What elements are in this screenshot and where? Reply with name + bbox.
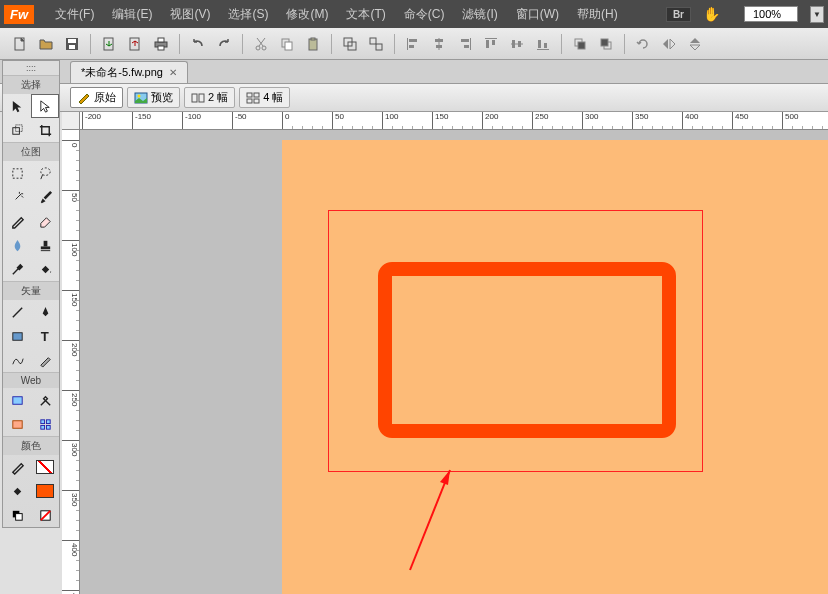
bucket-tool[interactable]: [31, 257, 59, 281]
cut-button[interactable]: [249, 32, 273, 56]
zoom-dropdown[interactable]: ▼: [810, 6, 824, 23]
import-button[interactable]: [97, 32, 121, 56]
no-color[interactable]: [31, 503, 59, 527]
align-right-button[interactable]: [453, 32, 477, 56]
freeform-tool[interactable]: [3, 348, 31, 372]
fill-swatch[interactable]: [31, 479, 59, 503]
ruler-origin[interactable]: [62, 112, 80, 130]
open-button[interactable]: [34, 32, 58, 56]
default-colors[interactable]: [3, 503, 31, 527]
svg-rect-28: [436, 45, 442, 48]
menu-commands[interactable]: 命令(C): [395, 6, 454, 23]
svg-rect-32: [485, 38, 497, 39]
stamp-tool[interactable]: [31, 233, 59, 257]
flip-h-button[interactable]: [657, 32, 681, 56]
menu-text[interactable]: 文本(T): [337, 6, 394, 23]
zoom-input[interactable]: 100%: [744, 6, 798, 22]
crop-tool[interactable]: [31, 118, 59, 142]
copy-button[interactable]: [275, 32, 299, 56]
pen-tool[interactable]: [31, 300, 59, 324]
canvas-viewport[interactable]: [80, 130, 828, 594]
ungroup-button[interactable]: [364, 32, 388, 56]
print-button[interactable]: [149, 32, 173, 56]
subselect-tool[interactable]: [31, 94, 59, 118]
svg-line-60: [12, 307, 21, 316]
view-4up-button[interactable]: 4 幅: [239, 87, 290, 108]
scale-tool[interactable]: [3, 118, 31, 142]
svg-rect-47: [192, 94, 197, 102]
menu-select[interactable]: 选择(S): [219, 6, 277, 23]
menu-window[interactable]: 窗口(W): [507, 6, 568, 23]
brush-tool[interactable]: [31, 185, 59, 209]
stroke-swatch[interactable]: [31, 455, 59, 479]
group-button[interactable]: [338, 32, 362, 56]
menu-filters[interactable]: 滤镜(I): [453, 6, 506, 23]
separator: [394, 34, 395, 54]
svg-rect-63: [12, 396, 21, 404]
flip-v-button[interactable]: [683, 32, 707, 56]
menu-file[interactable]: 文件(F): [46, 6, 103, 23]
ruler-vertical[interactable]: 050100150200250300350400450: [62, 130, 80, 594]
menu-view[interactable]: 视图(V): [161, 6, 219, 23]
rounded-rectangle-shape[interactable]: [378, 262, 676, 438]
menu-modify[interactable]: 修改(M): [277, 6, 337, 23]
align-center-h-button[interactable]: [427, 32, 451, 56]
marquee-tool[interactable]: [3, 161, 31, 185]
toolbox-grip[interactable]: ::::: [3, 61, 59, 76]
fill-color[interactable]: [3, 479, 31, 503]
save-button[interactable]: [60, 32, 84, 56]
rectangle-tool[interactable]: [3, 324, 31, 348]
separator: [331, 34, 332, 54]
hide-slice-tool[interactable]: [3, 412, 31, 436]
svg-rect-16: [285, 42, 292, 50]
toolbox-select-label: 选择: [3, 76, 59, 94]
slice-tool[interactable]: [31, 388, 59, 412]
wand-tool[interactable]: [3, 185, 31, 209]
align-bottom-button[interactable]: [531, 32, 555, 56]
paste-button[interactable]: [301, 32, 325, 56]
svg-rect-5: [69, 45, 75, 49]
svg-rect-52: [254, 99, 259, 103]
blur-tool[interactable]: [3, 233, 31, 257]
bridge-button[interactable]: Br: [666, 7, 691, 22]
new-button[interactable]: [8, 32, 32, 56]
view-2up-button[interactable]: 2 幅: [184, 87, 235, 108]
text-tool[interactable]: T: [31, 324, 59, 348]
svg-rect-57: [43, 240, 47, 246]
bring-front-button[interactable]: [568, 32, 592, 56]
toolbox-web-label: Web: [3, 373, 59, 388]
pencil-tool[interactable]: [3, 209, 31, 233]
line-tool[interactable]: [3, 300, 31, 324]
knife-tool[interactable]: [31, 348, 59, 372]
svg-rect-10: [158, 46, 164, 50]
close-icon[interactable]: ✕: [169, 67, 177, 78]
redo-button[interactable]: [212, 32, 236, 56]
view-preview-button[interactable]: 预览: [127, 87, 180, 108]
eraser-tool[interactable]: [31, 209, 59, 233]
show-slice-tool[interactable]: [31, 412, 59, 436]
rotate-button[interactable]: [631, 32, 655, 56]
hotspot-tool[interactable]: [3, 388, 31, 412]
menu-edit[interactable]: 编辑(E): [103, 6, 161, 23]
export-button[interactable]: [123, 32, 147, 56]
svg-rect-67: [40, 425, 44, 429]
separator: [179, 34, 180, 54]
pointer-tool[interactable]: [3, 94, 31, 118]
align-left-button[interactable]: [401, 32, 425, 56]
svg-rect-64: [12, 420, 21, 428]
document-tab[interactable]: *未命名-5.fw.png ✕: [70, 61, 188, 83]
eyedropper-tool[interactable]: [3, 257, 31, 281]
toolbox-color-label: 颜色: [3, 437, 59, 455]
hand-icon[interactable]: ✋: [703, 6, 720, 22]
send-back-button[interactable]: [594, 32, 618, 56]
align-center-v-button[interactable]: [505, 32, 529, 56]
lasso-tool[interactable]: [31, 161, 59, 185]
main-toolbar: [0, 28, 828, 60]
svg-rect-58: [40, 246, 49, 249]
ruler-horizontal[interactable]: 0501001502002503003504004505005506006507…: [80, 112, 828, 130]
align-top-button[interactable]: [479, 32, 503, 56]
undo-button[interactable]: [186, 32, 210, 56]
view-original-button[interactable]: 原始: [70, 87, 123, 108]
stroke-color[interactable]: [3, 455, 31, 479]
menu-help[interactable]: 帮助(H): [568, 6, 627, 23]
